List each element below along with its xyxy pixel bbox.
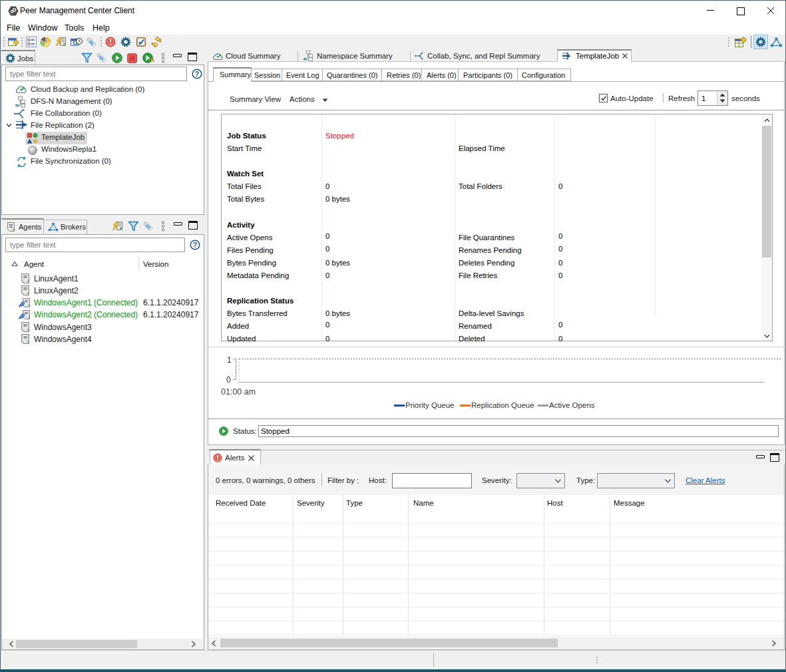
svg-text:?: ?	[195, 70, 199, 78]
svg-text:?: ?	[193, 241, 197, 249]
